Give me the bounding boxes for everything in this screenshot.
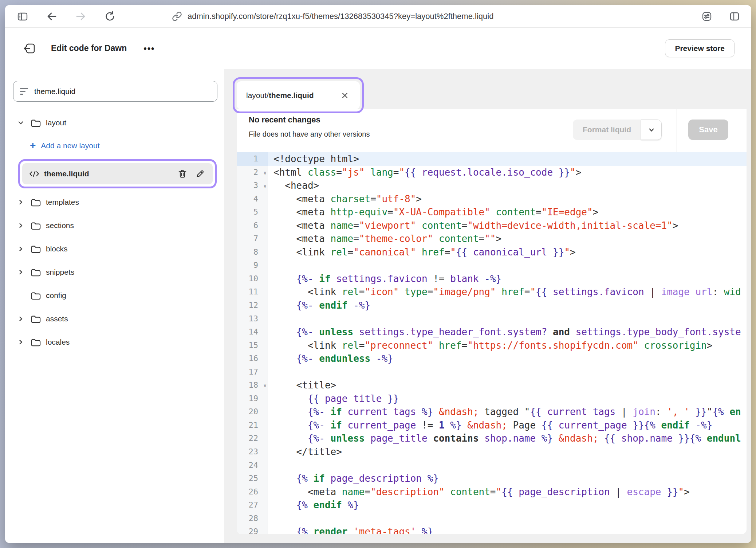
- forward-icon[interactable]: [74, 10, 87, 23]
- line-number: 18∨: [237, 379, 268, 392]
- code-line[interactable]: 27 {% endif %}: [237, 498, 747, 512]
- sidebar-item-assets[interactable]: assets: [13, 307, 217, 330]
- format-liquid-button[interactable]: Format liquid: [573, 120, 641, 140]
- code-line[interactable]: 29 {% render 'meta-tags' %}: [237, 525, 747, 534]
- chevron-right-icon: [17, 198, 30, 206]
- code-line[interactable]: 21 {%- if current_page != 1 %} &ndash; P…: [237, 419, 747, 432]
- page-settings-icon[interactable]: [700, 10, 713, 23]
- preview-store-button[interactable]: Preview store: [665, 39, 735, 57]
- add-layout-label: Add a new layout: [41, 141, 99, 150]
- chevron-right-icon: [17, 338, 30, 346]
- line-number: 7: [237, 232, 268, 246]
- sidebar-toggle-icon[interactable]: [16, 10, 29, 23]
- close-tab-icon[interactable]: [339, 90, 350, 101]
- line-number: 20: [237, 405, 268, 419]
- version-bar: No recent changes File does not have any…: [237, 109, 747, 152]
- chevron-down-icon: [17, 119, 30, 127]
- desktop-background: admin.shopify.com/store/rzq1xu-f5/themes…: [0, 0, 756, 548]
- code-editor[interactable]: 1<!doctype html>2∨<html class="js" lang=…: [237, 152, 747, 534]
- editor-card: No recent changes File does not have any…: [237, 109, 747, 534]
- code-line[interactable]: 23 </title>: [237, 445, 747, 459]
- fold-chevron-icon[interactable]: ∨: [264, 379, 267, 392]
- folder-icon: [30, 117, 41, 128]
- file-search[interactable]: [13, 81, 217, 102]
- chevron-right-icon: [17, 245, 30, 253]
- sidebar-item-theme-liquid[interactable]: theme.liquid: [22, 163, 213, 184]
- line-number: 16: [237, 352, 268, 365]
- code-line[interactable]: 10 {%- if settings.favicon != blank -%}: [237, 272, 747, 286]
- code-line[interactable]: 5 <meta http-equiv="X-UA-Compatible" con…: [237, 206, 747, 219]
- code-line[interactable]: 14 {%- unless settings.type_header_font.…: [237, 325, 747, 339]
- code-line[interactable]: 26 <meta name="description" content="{{ …: [237, 485, 747, 499]
- sidebar-item-snippets[interactable]: snippets: [13, 261, 217, 284]
- line-number: 29: [237, 525, 268, 534]
- back-icon[interactable]: [45, 10, 58, 23]
- save-button[interactable]: Save: [688, 120, 728, 140]
- sidebar-item-layout[interactable]: layout: [13, 111, 217, 134]
- chevron-right-icon: [17, 222, 30, 230]
- code-line[interactable]: 24: [237, 459, 747, 472]
- more-actions-button[interactable]: •••: [143, 43, 155, 54]
- code-line[interactable]: 15 <link rel="preconnect" href="https://…: [237, 339, 747, 352]
- line-number: 9: [237, 259, 268, 272]
- code-line[interactable]: 3∨ <head>: [237, 179, 747, 192]
- sidebar-item-label: config: [46, 291, 66, 300]
- code-line[interactable]: 2∨<html class="js" lang="{{ request.loca…: [237, 166, 747, 179]
- code-line[interactable]: 11 <link rel="icon" type="image/png" hre…: [237, 285, 747, 299]
- line-number: 12: [237, 299, 268, 312]
- code-line[interactable]: 19 {{ page_title }}: [237, 392, 747, 406]
- code-line[interactable]: 28: [237, 512, 747, 525]
- file-search-input[interactable]: [34, 87, 210, 96]
- line-number: 6: [237, 219, 268, 232]
- code-line[interactable]: 22 {%- unless page_title contains shop.n…: [237, 432, 747, 445]
- filter-icon: [20, 88, 28, 95]
- code-line[interactable]: 20 {%- if current_tags %} &ndash; tagged…: [237, 405, 747, 419]
- line-number: 19: [237, 392, 268, 406]
- exit-editor-icon[interactable]: [22, 40, 38, 56]
- fold-chevron-icon[interactable]: ∨: [264, 166, 267, 180]
- line-number: 11: [237, 285, 268, 299]
- code-line[interactable]: 8 <link rel="canonical" href="{{ canonic…: [237, 246, 747, 259]
- line-number: 13: [237, 312, 268, 326]
- sidebar-item-label: locales: [46, 338, 70, 347]
- delete-file-icon[interactable]: [176, 168, 189, 180]
- code-line[interactable]: 17: [237, 365, 747, 379]
- code-line[interactable]: 1<!doctype html>: [237, 152, 747, 166]
- code-line[interactable]: 6 <meta name="viewport" content="width=d…: [237, 219, 747, 232]
- line-number: 24: [237, 459, 268, 472]
- reload-icon[interactable]: [103, 10, 117, 23]
- code-line[interactable]: 4 <meta charset="utf-8">: [237, 192, 747, 206]
- line-number: 8: [237, 246, 268, 259]
- file-name-label: theme.liquid: [44, 169, 89, 178]
- tab-file-name: theme.liquid: [269, 91, 314, 100]
- fold-chevron-icon[interactable]: ∨: [264, 179, 267, 193]
- code-line[interactable]: 12 {%- endif -%}: [237, 299, 747, 312]
- code-line[interactable]: 25 {% if page_description %}: [237, 472, 747, 485]
- sidebar-item-locales[interactable]: locales: [13, 330, 217, 354]
- file-tree: layout + Add a new layout: [13, 111, 217, 354]
- split-view-icon[interactable]: [728, 10, 741, 23]
- address-bar[interactable]: admin.shopify.com/store/rzq1xu-f5/themes…: [172, 5, 493, 27]
- sidebar-item-templates[interactable]: templates: [13, 191, 217, 214]
- format-dropdown-button[interactable]: [641, 120, 662, 140]
- code-line[interactable]: 16 {%- endunless -%}: [237, 352, 747, 365]
- sidebar-item-sections[interactable]: sections: [13, 214, 217, 237]
- browser-toolbar: admin.shopify.com/store/rzq1xu-f5/themes…: [5, 5, 751, 28]
- folder-icon: [30, 197, 41, 208]
- sidebar-item-blocks[interactable]: blocks: [13, 237, 217, 261]
- browser-window: admin.shopify.com/store/rzq1xu-f5/themes…: [5, 5, 751, 543]
- code-line[interactable]: 13: [237, 312, 747, 326]
- code-line[interactable]: 18∨ <title>: [237, 379, 747, 392]
- line-number: 26: [237, 485, 268, 499]
- code-line[interactable]: 9: [237, 259, 747, 272]
- rename-file-icon[interactable]: [194, 168, 206, 180]
- line-number: 3∨: [237, 179, 268, 192]
- tab-theme-liquid[interactable]: layout/theme.liquid: [237, 81, 360, 109]
- add-new-layout-button[interactable]: + Add a new layout: [13, 134, 217, 157]
- tab-path-prefix: layout/: [246, 91, 269, 100]
- code-line[interactable]: 7 <meta name="theme-color" content="">: [237, 232, 747, 246]
- sidebar-item-label: sections: [46, 221, 74, 230]
- version-status: No recent changes: [249, 115, 320, 125]
- code-file-icon: [29, 168, 40, 179]
- sidebar-item-config[interactable]: config: [13, 284, 217, 307]
